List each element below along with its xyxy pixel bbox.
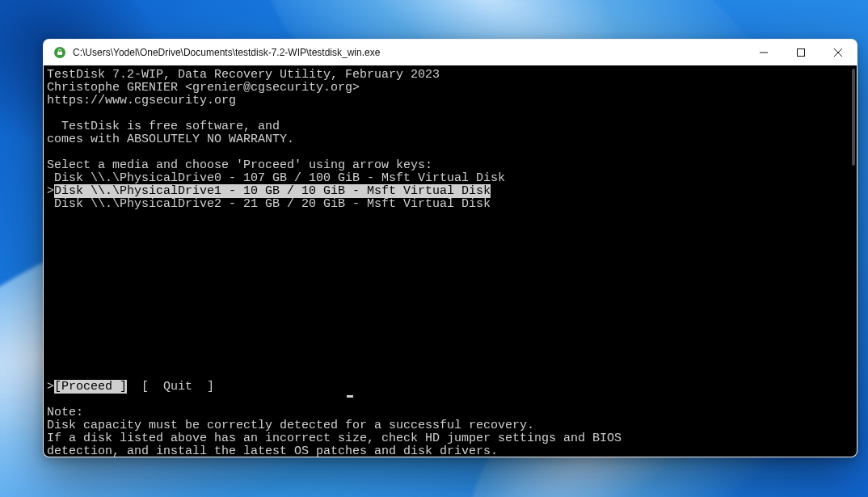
proceed-button[interactable]: [Proceed ]: [54, 380, 127, 394]
close-button[interactable]: [820, 40, 857, 65]
info-line: comes with ABSOLUTELY NO WARRANTY.: [44, 133, 857, 146]
text-cursor: [347, 395, 353, 398]
app-window: C:\Users\Yodel\OneDrive\Documents\testdi…: [43, 39, 857, 457]
note-heading: Note:: [44, 406, 857, 419]
select-prompt: Select a media and choose 'Proceed' usin…: [44, 159, 857, 172]
disk-option[interactable]: Disk \\.\PhysicalDrive2 - 21 GB / 20 GiB…: [44, 198, 857, 211]
header-line: Christophe GRENIER <grenier@cgsecurity.o…: [44, 82, 857, 95]
disk-option[interactable]: Disk \\.\PhysicalDrive0 - 107 GB / 100 G…: [44, 172, 857, 185]
console-area[interactable]: TestDisk 7.2-WIP, Data Recovery Utility,…: [44, 65, 857, 457]
note-line: Disk capacity must be correctly detected…: [44, 419, 857, 432]
info-line: TestDisk is free software, and: [44, 120, 857, 133]
note-line: If a disk listed above has an incorrect …: [44, 432, 857, 445]
blank-line: [44, 394, 857, 406]
app-icon: [53, 46, 66, 59]
blank-line: [44, 107, 857, 120]
window-controls: [745, 40, 857, 65]
window-title: C:\Users\Yodel\OneDrive\Documents\testdi…: [73, 47, 745, 58]
note-line: detection, and install the latest OS pat…: [44, 445, 857, 457]
blank-area: [44, 211, 857, 381]
header-line: https://www.cgsecurity.org: [44, 95, 857, 107]
scroll-thumb[interactable]: [852, 69, 855, 166]
header-line: TestDisk 7.2-WIP, Data Recovery Utility,…: [44, 69, 857, 82]
titlebar[interactable]: C:\Users\Yodel\OneDrive\Documents\testdi…: [44, 40, 857, 65]
quit-button[interactable]: [ Quit ]: [141, 380, 214, 394]
svg-rect-4: [798, 49, 805, 57]
scrollbar[interactable]: [845, 65, 857, 457]
maximize-button[interactable]: [782, 40, 820, 65]
desktop-background: C:\Users\Yodel\OneDrive\Documents\testdi…: [0, 0, 868, 497]
minimize-button[interactable]: [745, 40, 782, 65]
disk-option-selected[interactable]: >Disk \\.\PhysicalDrive1 - 10 GB / 10 Gi…: [44, 185, 857, 198]
blank-line: [44, 146, 857, 159]
menu-row: >[Proceed ] [ Quit ]: [44, 381, 857, 394]
